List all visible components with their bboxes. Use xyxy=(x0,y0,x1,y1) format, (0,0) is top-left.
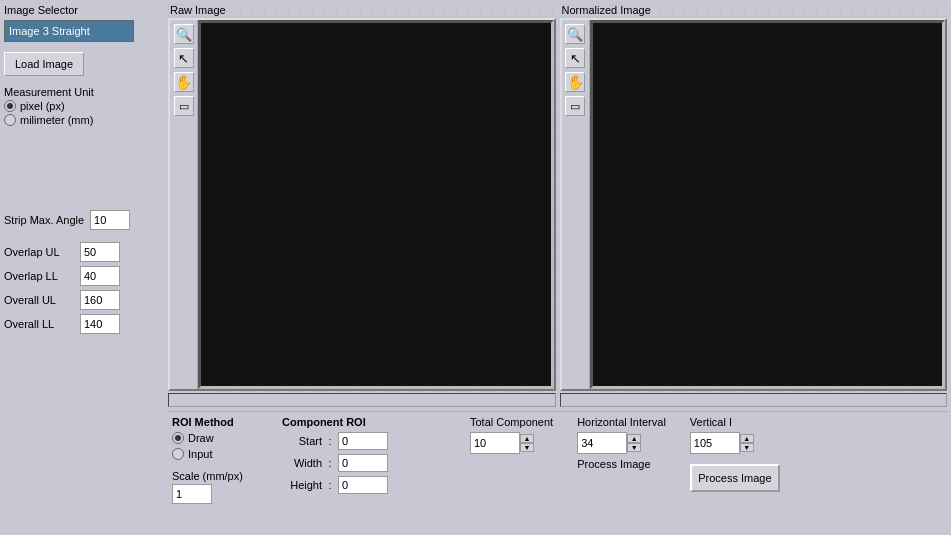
overall-ul-input[interactable] xyxy=(80,290,120,310)
radio-milimeter[interactable]: milimeter (mm) xyxy=(4,114,164,126)
milimeter-label: milimeter (mm) xyxy=(20,114,93,126)
width-input[interactable] xyxy=(338,454,388,472)
start-label: Start xyxy=(282,435,322,447)
overlap-ll-input[interactable] xyxy=(80,266,120,286)
hand-tool-norm[interactable]: ✋ xyxy=(565,72,585,92)
overlap-ul-input[interactable] xyxy=(80,242,120,262)
horizontal-interval-input[interactable] xyxy=(577,432,627,454)
process-image-label-top: Process Image xyxy=(577,458,666,470)
overall-ll-label: Overall LL xyxy=(4,318,74,330)
zoom-tool-norm[interactable]: 🔍 xyxy=(565,24,585,44)
radio-draw[interactable]: Draw xyxy=(172,432,262,444)
horizontal-interval-title: Horizontal Interval xyxy=(577,416,666,428)
total-component-up[interactable]: ▲ xyxy=(520,434,534,443)
load-image-button[interactable]: Load Image xyxy=(4,52,84,76)
input-label: Input xyxy=(188,448,212,460)
hand-tool-raw[interactable]: ✋ xyxy=(174,72,194,92)
raw-image-title: Raw Image xyxy=(168,4,556,16)
total-component-down[interactable]: ▼ xyxy=(520,443,534,452)
strip-max-angle-input[interactable] xyxy=(90,210,130,230)
overlap-ul-label: Overlap UL xyxy=(4,246,74,258)
norm-image-scrollbar-h[interactable] xyxy=(560,393,948,407)
zoom-tool-raw[interactable]: 🔍 xyxy=(174,24,194,44)
total-component-input[interactable] xyxy=(470,432,520,454)
normalized-image-title: Normalized Image xyxy=(560,4,948,16)
horizontal-interval-up[interactable]: ▲ xyxy=(627,434,641,443)
rect-tool-norm[interactable]: ▭ xyxy=(565,96,585,116)
horizontal-interval-down[interactable]: ▼ xyxy=(627,443,641,452)
height-input[interactable] xyxy=(338,476,388,494)
overall-ul-label: Overall UL xyxy=(4,294,74,306)
overlap-ll-label: Overlap LL xyxy=(4,270,74,282)
radio-pixel[interactable]: pixel (px) xyxy=(4,100,164,112)
pixel-label: pixel (px) xyxy=(20,100,65,112)
image-selector-dropdown[interactable]: Image 3 Straight xyxy=(4,20,134,42)
roi-method-title: ROI Method xyxy=(172,416,262,428)
vertical-interval-down[interactable]: ▼ xyxy=(740,443,754,452)
radio-input[interactable]: Input xyxy=(172,448,262,460)
strip-max-angle-label: Strip Max. Angle xyxy=(4,214,84,226)
rect-tool-raw[interactable]: ▭ xyxy=(174,96,194,116)
draw-label: Draw xyxy=(188,432,214,444)
raw-image-scrollbar-h[interactable] xyxy=(168,393,556,407)
width-label: Width xyxy=(282,457,322,469)
scale-label: Scale (mm/px) xyxy=(172,470,262,504)
component-roi-title: Component ROI xyxy=(282,416,432,428)
start-input[interactable] xyxy=(338,432,388,450)
scale-input[interactable] xyxy=(172,484,212,504)
vertical-interval-up[interactable]: ▲ xyxy=(740,434,754,443)
process-image-button[interactable]: Process Image xyxy=(690,464,780,492)
measurement-unit-label: Measurement Unit xyxy=(4,86,164,98)
height-label: Height xyxy=(282,479,322,491)
cursor-tool-raw[interactable]: ↖ xyxy=(174,48,194,68)
image-selector-label: Image Selector xyxy=(4,4,164,16)
vertical-interval-input[interactable] xyxy=(690,432,740,454)
cursor-tool-norm[interactable]: ↖ xyxy=(565,48,585,68)
total-component-title: Total Component xyxy=(470,416,553,428)
overall-ll-input[interactable] xyxy=(80,314,120,334)
vertical-interval-title: Vertical I xyxy=(690,416,780,428)
